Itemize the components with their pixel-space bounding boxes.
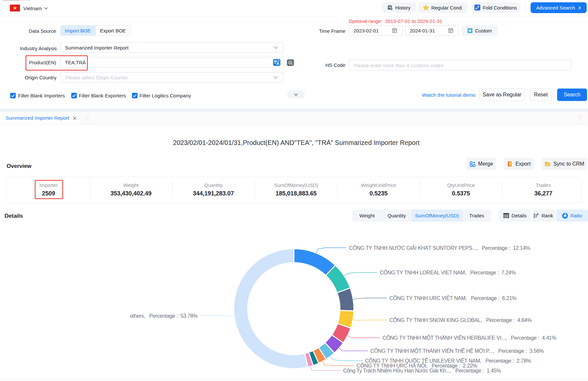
svg-text:CÔNG TY TNHH MỘT THÀNH VIÊN TH: CÔNG TY TNHH MỘT THÀNH VIÊN THẾ HỆ MỚI P…: [370, 348, 544, 354]
svg-text:CÔNG TY TNHH URC VIỆT NAM, P: CÔNG TY TNHH URC VIỆT NAM, Percentage : …: [389, 295, 516, 301]
svg-text:others, Percentage : 53.78%: others, Percentage : 53.78%: [130, 313, 198, 319]
svg-text:CÔNG TY TNHH LOREAL VIET NAM,: CÔNG TY TNHH LOREAL VIET NAM, Percentage…: [380, 270, 516, 275]
svg-text:CÔNG TY TNHH SNOW KING GLOBAL,: CÔNG TY TNHH SNOW KING GLOBAL, Percentag…: [389, 317, 532, 323]
svg-text:CÔNG TY TNHH NƯỚC GIẢI KHÁT SU: CÔNG TY TNHH NƯỚC GIẢI KHÁT SUNTORY PEPS…: [349, 245, 530, 251]
svg-text:CÔNG TY TNHH MỘT THÀNH VIÊN HE: CÔNG TY TNHH MỘT THÀNH VIÊN HERBALIFE VI…: [382, 335, 556, 341]
svg-text:Công Ty Trách Nhiệm Hữu Hạn Nư: Công Ty Trách Nhiệm Hữu Hạn Nước Giải Kh…: [343, 368, 501, 373]
